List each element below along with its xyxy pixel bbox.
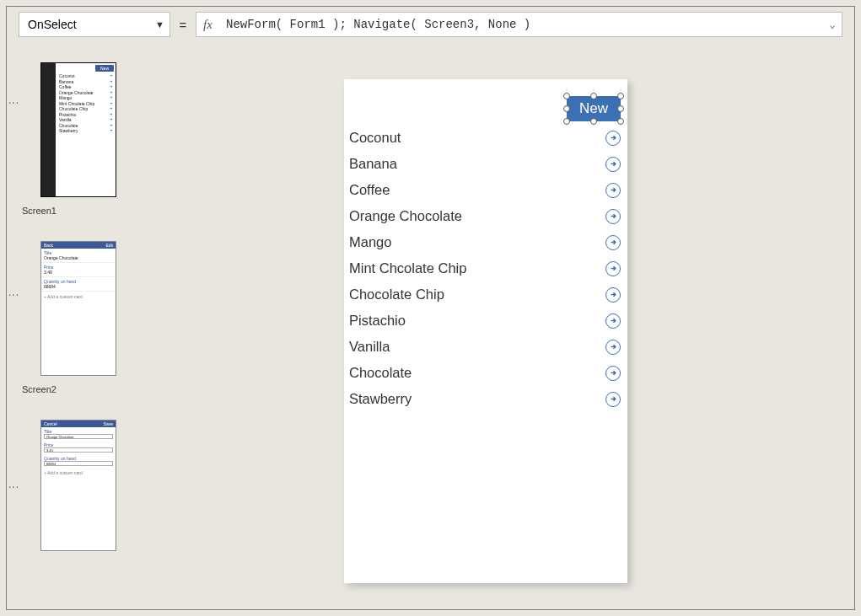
resize-handle[interactable] xyxy=(590,93,597,99)
property-selector[interactable]: OnSelect ▼ xyxy=(19,12,170,37)
chevron-down-icon: ▼ xyxy=(155,19,164,29)
thumbnail-screen3[interactable]: Cancel Save Title Orange Chocolate Price… xyxy=(40,420,116,551)
resize-handle[interactable] xyxy=(617,118,624,125)
thumbnail-label: Screen1 xyxy=(22,206,135,216)
resize-handle[interactable] xyxy=(617,93,624,99)
resize-handle[interactable] xyxy=(617,105,624,112)
screen-menu-button[interactable]: ... xyxy=(8,287,19,298)
arrow-right-icon[interactable] xyxy=(605,340,621,355)
list-item-label: Stawberry xyxy=(349,391,412,407)
thumbnail-screen2[interactable]: Back Edit Title Orange Chocolate Price 3… xyxy=(40,241,116,376)
arrow-right-icon[interactable] xyxy=(605,235,621,250)
list-item-label: Chocolate Chip xyxy=(349,287,444,303)
new-button-selection[interactable]: New xyxy=(567,96,621,121)
arrow-right-icon[interactable] xyxy=(605,392,621,407)
list-item[interactable]: Orange Chocolate xyxy=(349,203,622,229)
list-item-label: Mint Chcolate Chip xyxy=(349,260,466,276)
arrow-right-icon[interactable] xyxy=(605,157,621,172)
list-item-label: Vanilla xyxy=(349,339,390,355)
screen-preview[interactable]: New CoconutBananaCoffeeOrange ChocolateM… xyxy=(344,79,627,583)
arrow-right-icon[interactable] xyxy=(605,261,621,276)
canvas[interactable]: New CoconutBananaCoffeeOrange ChocolateM… xyxy=(142,40,854,609)
equals-label: = xyxy=(170,12,196,37)
resize-handle[interactable] xyxy=(563,118,570,125)
list-item[interactable]: Chocolate Chip xyxy=(349,281,622,308)
resize-handle[interactable] xyxy=(563,93,570,99)
list-item[interactable]: Mango xyxy=(349,229,622,255)
list-item[interactable]: Coffee xyxy=(349,177,622,203)
list-item[interactable]: Vanilla xyxy=(349,334,622,360)
gallery-list: CoconutBananaCoffeeOrange ChocolateMango… xyxy=(349,125,622,412)
list-item[interactable]: Chocolate xyxy=(349,360,622,386)
arrow-right-icon[interactable] xyxy=(605,183,621,198)
formula-text: NewForm( Form1 ); Navigate( Screen3, Non… xyxy=(226,18,530,31)
list-item-label: Pistachio xyxy=(349,313,406,329)
list-item-label: Coconut xyxy=(349,130,401,146)
list-item-label: Banana xyxy=(349,156,397,172)
arrow-right-icon[interactable] xyxy=(605,287,621,303)
list-item-label: Orange Chocolate xyxy=(349,208,462,224)
screen-menu-button[interactable]: ... xyxy=(8,94,19,106)
resize-handle[interactable] xyxy=(590,118,597,125)
list-item[interactable]: Mint Chcolate Chip xyxy=(349,255,622,281)
formula-bar: OnSelect ▼ = fx NewForm( Form1 ); Naviga… xyxy=(7,12,854,37)
arrow-right-icon[interactable] xyxy=(605,209,621,224)
arrow-right-icon[interactable] xyxy=(605,366,621,381)
fx-label: fx xyxy=(196,12,219,37)
property-name: OnSelect xyxy=(28,18,77,31)
thumb-new-button: New xyxy=(95,65,114,72)
resize-handle[interactable] xyxy=(563,105,570,112)
list-item[interactable]: Stawberry xyxy=(349,386,622,412)
thumbnail-label: Screen2 xyxy=(22,384,135,394)
screen-menu-button[interactable]: ... xyxy=(8,479,19,490)
app-frame: OnSelect ▼ = fx NewForm( Form1 ); Naviga… xyxy=(6,6,855,610)
list-item-label: Mango xyxy=(349,234,391,250)
list-item[interactable]: Banana xyxy=(349,151,622,177)
formula-input[interactable]: NewForm( Form1 ); Navigate( Screen3, Non… xyxy=(219,12,842,37)
workspace: ... New Coconut➔Banana➔Coffee➔Orange Cho… xyxy=(7,40,854,609)
arrow-right-icon[interactable] xyxy=(605,131,621,146)
screens-panel: ... New Coconut➔Banana➔Coffee➔Orange Cho… xyxy=(7,40,142,609)
arrow-right-icon[interactable] xyxy=(605,313,621,329)
list-item-label: Coffee xyxy=(349,182,390,198)
list-item[interactable]: Coconut xyxy=(349,125,622,151)
list-item[interactable]: Pistachio xyxy=(349,308,622,334)
list-item-label: Chocolate xyxy=(349,365,412,381)
thumbnail-screen1[interactable]: New Coconut➔Banana➔Coffee➔Orange Chocola… xyxy=(40,62,116,197)
expand-formula-icon[interactable]: ⌄ xyxy=(823,19,842,31)
